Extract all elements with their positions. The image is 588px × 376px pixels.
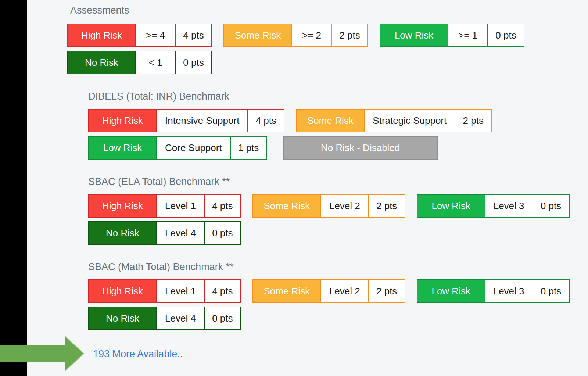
- section-sbac-ela-benchmark: SBAC (ELA Total) Benchmark ** High Risk …: [88, 176, 570, 245]
- risk-label: No Risk: [89, 222, 156, 244]
- risk-level: Level 3: [485, 280, 533, 302]
- risk-label: Some Risk: [253, 195, 320, 217]
- annotation-arrow-icon: [0, 334, 85, 372]
- risk-label: No Risk: [89, 307, 156, 329]
- risk-label: Low Risk: [89, 137, 156, 159]
- risk-threshold: < 1: [135, 51, 175, 74]
- risk-badge-none: No Risk Level 4 0 pts: [88, 307, 241, 330]
- risk-points: 4 pts: [175, 24, 211, 46]
- risk-badge-high: High Risk >= 4 4 pts: [67, 24, 212, 47]
- risk-label: Some Risk: [297, 110, 364, 132]
- risk-threshold: >= 1: [448, 24, 487, 46]
- risk-badge-low: Low Risk >= 1 0 pts: [380, 24, 524, 47]
- risk-badge-low: Low Risk Level 3 0 pts: [417, 194, 570, 218]
- risk-points: 4 pts: [204, 195, 240, 217]
- section-title: Assessments: [67, 4, 570, 16]
- risk-badge-none: No Risk Level 4 0 pts: [88, 221, 241, 245]
- risk-threshold: >= 2: [291, 24, 331, 46]
- risk-label: Low Risk: [417, 195, 485, 217]
- risk-label: High Risk: [68, 24, 135, 46]
- risk-level: Level 4: [156, 307, 204, 329]
- risk-label: No Risk: [68, 51, 135, 74]
- risk-points: 0 pts: [204, 307, 240, 329]
- risk-label: High Risk: [89, 110, 156, 132]
- risk-level: Level 2: [320, 195, 368, 217]
- risk-level: Level 2: [320, 280, 368, 302]
- risk-level: Level 1: [156, 195, 204, 217]
- risk-level: Strategic Support: [364, 110, 455, 132]
- risk-label: No Risk - Disabled: [321, 142, 400, 154]
- risk-points: 0 pts: [533, 280, 569, 302]
- risk-label: Low Risk: [380, 24, 448, 46]
- risk-label: Some Risk: [224, 24, 291, 46]
- risk-badge-high: High Risk Level 1 4 pts: [88, 194, 241, 218]
- risk-label: High Risk: [89, 195, 156, 217]
- section-dibels-benchmark: DIBELS (Total: INR) Benchmark High Risk …: [88, 90, 570, 160]
- section-assessments: Assessments High Risk >= 4 4 pts Some Ri…: [67, 4, 570, 74]
- risk-badge-low: Low Risk Core Support 1 pts: [88, 136, 267, 160]
- risk-badge-some: Some Risk Level 2 2 pts: [252, 279, 405, 303]
- risk-badge-some: Some Risk >= 2 2 pts: [223, 24, 368, 47]
- risk-level: Intensive Support: [156, 110, 247, 132]
- more-available-link[interactable]: 193 More Available..: [93, 348, 183, 360]
- risk-badge-none: No Risk < 1 0 pts: [67, 51, 212, 74]
- badge-row: High Risk Intensive Support 4 pts Some R…: [88, 109, 570, 132]
- risk-points: 0 pts: [204, 222, 240, 244]
- section-title: SBAC (ELA Total) Benchmark **: [88, 176, 570, 187]
- risk-points: 0 pts: [175, 51, 211, 74]
- risk-badge-disabled: No Risk - Disabled: [283, 136, 438, 160]
- risk-points: 2 pts: [331, 24, 368, 46]
- risk-label: Some Risk: [253, 280, 320, 302]
- section-sbac-math-benchmark: SBAC (Math Total) Benchmark ** High Risk…: [88, 261, 570, 330]
- risk-badge-some: Some Risk Level 2 2 pts: [252, 194, 405, 218]
- section-title: SBAC (Math Total) Benchmark **: [88, 261, 570, 273]
- risk-points: 1 pts: [230, 137, 266, 159]
- badge-row: Low Risk Core Support 1 pts No Risk - Di…: [88, 136, 570, 160]
- risk-badge-high: High Risk Intensive Support 4 pts: [88, 109, 284, 132]
- risk-points: 0 pts: [533, 195, 569, 217]
- badge-row: High Risk Level 1 4 pts Some Risk Level …: [88, 194, 570, 218]
- section-title: DIBELS (Total: INR) Benchmark: [88, 90, 570, 102]
- risk-level: Level 4: [156, 222, 204, 244]
- risk-level: Level 1: [156, 280, 204, 302]
- risk-points: 4 pts: [247, 110, 284, 132]
- risk-level: Core Support: [156, 137, 230, 159]
- risk-points: 2 pts: [368, 280, 405, 302]
- left-black-bar: [0, 0, 27, 376]
- badge-row: High Risk Level 1 4 pts Some Risk Level …: [88, 279, 570, 303]
- badge-row: No Risk Level 4 0 pts: [88, 221, 570, 245]
- risk-badge-some: Some Risk Strategic Support 2 pts: [296, 109, 492, 132]
- badge-row: High Risk >= 4 4 pts Some Risk >= 2 2 pt…: [67, 24, 570, 47]
- assessments-panel: Assessments High Risk >= 4 4 pts Some Ri…: [67, 4, 570, 360]
- risk-badge-high: High Risk Level 1 4 pts: [88, 279, 241, 303]
- risk-points: 4 pts: [204, 280, 240, 302]
- risk-label: High Risk: [89, 280, 156, 302]
- risk-label: Low Risk: [417, 280, 485, 302]
- badge-row: No Risk < 1 0 pts: [67, 51, 570, 74]
- risk-points: 0 pts: [487, 24, 524, 46]
- risk-level: Level 3: [485, 195, 533, 217]
- risk-badge-low: Low Risk Level 3 0 pts: [417, 279, 570, 303]
- risk-threshold: >= 4: [135, 24, 175, 46]
- risk-points: 2 pts: [368, 195, 405, 217]
- risk-points: 2 pts: [455, 110, 491, 132]
- badge-row: No Risk Level 4 0 pts: [88, 307, 570, 330]
